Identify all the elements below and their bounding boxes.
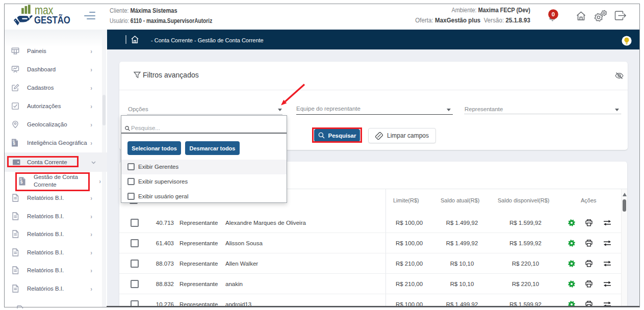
svg-text:$: $ — [13, 141, 15, 146]
svg-text:0: 0 — [552, 11, 555, 17]
